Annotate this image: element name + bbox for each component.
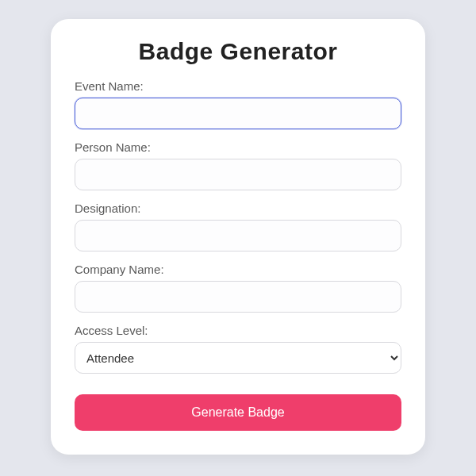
generate-badge-button[interactable]: Generate Badge [75,394,401,431]
event-name-input[interactable] [75,98,401,129]
page-title: Badge Generator [75,38,401,65]
designation-field: Designation: [75,202,401,251]
company-name-input[interactable] [75,281,401,313]
designation-label: Designation: [75,202,401,215]
access-level-field: Access Level: Attendee [75,324,401,374]
person-name-label: Person Name: [75,140,401,154]
person-name-field: Person Name: [75,140,401,190]
designation-input[interactable] [75,220,401,251]
event-name-field: Event Name: [75,79,401,129]
company-name-label: Company Name: [75,263,401,276]
badge-generator-card: Badge Generator Event Name: Person Name:… [51,19,425,455]
person-name-input[interactable] [75,159,401,190]
access-level-label: Access Level: [75,324,401,337]
company-name-field: Company Name: [75,263,401,313]
event-name-label: Event Name: [75,79,401,93]
access-level-select[interactable]: Attendee [75,342,401,374]
